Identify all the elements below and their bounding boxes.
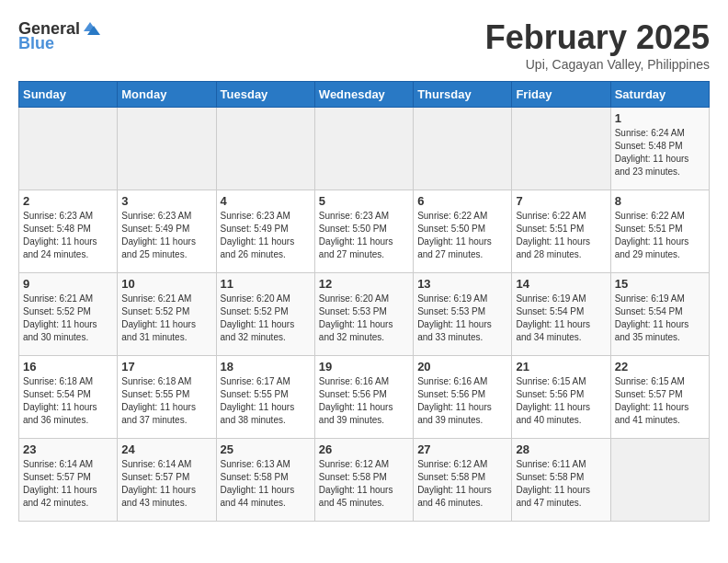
table-cell [512,108,610,190]
day-number: 12 [319,277,409,291]
table-cell: 4Sunrise: 6:23 AM Sunset: 5:49 PM Daylig… [216,190,314,273]
week-row-0: 1Sunrise: 6:24 AM Sunset: 5:48 PM Daylig… [19,108,710,190]
day-number: 24 [121,442,211,456]
day-info: Sunrise: 6:23 AM Sunset: 5:48 PM Dayligh… [23,210,113,261]
day-number: 9 [23,277,113,291]
header-friday: Friday [512,82,610,108]
header: General Blue February 2025 Upi, Cagayan … [18,18,710,72]
day-number: 22 [615,360,705,373]
day-number: 4 [221,194,311,208]
day-info: Sunrise: 6:15 AM Sunset: 5:56 PM Dayligh… [516,375,606,427]
subtitle: Upi, Cagayan Valley, Philippines [485,57,710,72]
table-cell: 12Sunrise: 6:20 AM Sunset: 5:53 PM Dayli… [314,273,413,356]
day-info: Sunrise: 6:12 AM Sunset: 5:58 PM Dayligh… [319,458,409,510]
day-number: 13 [417,277,507,291]
day-info: Sunrise: 6:15 AM Sunset: 5:57 PM Dayligh… [615,375,705,427]
header-thursday: Thursday [414,82,512,108]
day-number: 17 [121,360,211,373]
table-cell: 27Sunrise: 6:12 AM Sunset: 5:58 PM Dayli… [414,439,512,522]
week-row-3: 16Sunrise: 6:18 AM Sunset: 5:54 PM Dayli… [19,356,710,439]
day-number: 8 [615,194,705,208]
day-info: Sunrise: 6:18 AM Sunset: 5:55 PM Dayligh… [121,375,211,427]
table-cell: 19Sunrise: 6:16 AM Sunset: 5:56 PM Dayli… [314,356,413,439]
day-info: Sunrise: 6:24 AM Sunset: 5:48 PM Dayligh… [615,127,705,178]
day-number: 26 [319,442,409,456]
table-cell [19,108,118,190]
table-cell: 20Sunrise: 6:16 AM Sunset: 5:56 PM Dayli… [414,356,512,439]
day-info: Sunrise: 6:22 AM Sunset: 5:51 PM Dayligh… [615,210,705,261]
day-number: 11 [221,277,311,291]
table-cell: 6Sunrise: 6:22 AM Sunset: 5:50 PM Daylig… [414,190,512,273]
header-wednesday: Wednesday [314,82,413,108]
day-number: 21 [516,360,606,373]
logo-icon [80,18,100,39]
day-info: Sunrise: 6:12 AM Sunset: 5:58 PM Dayligh… [417,458,507,510]
calendar-table: Sunday Monday Tuesday Wednesday Thursday… [18,81,710,522]
table-cell: 17Sunrise: 6:18 AM Sunset: 5:55 PM Dayli… [118,356,216,439]
table-cell: 11Sunrise: 6:20 AM Sunset: 5:52 PM Dayli… [216,273,314,356]
table-cell: 15Sunrise: 6:19 AM Sunset: 5:54 PM Dayli… [610,273,709,356]
logo-text-blue: Blue [18,35,54,52]
week-row-4: 23Sunrise: 6:14 AM Sunset: 5:57 PM Dayli… [19,439,710,522]
day-info: Sunrise: 6:17 AM Sunset: 5:55 PM Dayligh… [221,375,311,427]
day-number: 25 [221,442,311,456]
day-info: Sunrise: 6:18 AM Sunset: 5:54 PM Dayligh… [23,375,113,427]
day-info: Sunrise: 6:21 AM Sunset: 5:52 PM Dayligh… [23,293,113,344]
day-number: 28 [516,442,606,456]
header-tuesday: Tuesday [216,82,314,108]
table-cell: 9Sunrise: 6:21 AM Sunset: 5:52 PM Daylig… [19,273,118,356]
table-cell: 28Sunrise: 6:11 AM Sunset: 5:58 PM Dayli… [512,439,610,522]
table-cell: 22Sunrise: 6:15 AM Sunset: 5:57 PM Dayli… [610,356,709,439]
day-number: 7 [516,194,606,208]
header-sunday: Sunday [19,82,118,108]
table-cell [118,108,216,190]
day-info: Sunrise: 6:20 AM Sunset: 5:53 PM Dayligh… [319,293,409,344]
day-number: 15 [615,277,705,291]
day-number: 10 [121,277,211,291]
day-info: Sunrise: 6:22 AM Sunset: 5:51 PM Dayligh… [516,210,606,261]
day-info: Sunrise: 6:16 AM Sunset: 5:56 PM Dayligh… [319,375,409,427]
day-number: 23 [23,442,113,456]
table-cell: 26Sunrise: 6:12 AM Sunset: 5:58 PM Dayli… [314,439,413,522]
day-number: 2 [23,194,113,208]
table-cell: 3Sunrise: 6:23 AM Sunset: 5:49 PM Daylig… [118,190,216,273]
table-cell [414,108,512,190]
table-cell: 16Sunrise: 6:18 AM Sunset: 5:54 PM Dayli… [19,356,118,439]
day-info: Sunrise: 6:19 AM Sunset: 5:54 PM Dayligh… [615,293,705,344]
title-area: February 2025 Upi, Cagayan Valley, Phili… [485,18,710,72]
table-cell: 5Sunrise: 6:23 AM Sunset: 5:50 PM Daylig… [314,190,413,273]
day-info: Sunrise: 6:23 AM Sunset: 5:49 PM Dayligh… [121,210,211,261]
table-cell: 18Sunrise: 6:17 AM Sunset: 5:55 PM Dayli… [216,356,314,439]
day-number: 3 [121,194,211,208]
table-cell [216,108,314,190]
table-cell: 23Sunrise: 6:14 AM Sunset: 5:57 PM Dayli… [19,439,118,522]
day-number: 5 [319,194,409,208]
table-cell: 14Sunrise: 6:19 AM Sunset: 5:54 PM Dayli… [512,273,610,356]
table-cell: 2Sunrise: 6:23 AM Sunset: 5:48 PM Daylig… [19,190,118,273]
day-info: Sunrise: 6:19 AM Sunset: 5:54 PM Dayligh… [516,293,606,344]
day-number: 20 [417,360,507,373]
table-cell: 24Sunrise: 6:14 AM Sunset: 5:57 PM Dayli… [118,439,216,522]
table-cell [610,439,709,522]
day-info: Sunrise: 6:23 AM Sunset: 5:50 PM Dayligh… [319,210,409,261]
logo: General Blue [18,18,100,52]
day-number: 16 [23,360,113,373]
calendar-header-row: Sunday Monday Tuesday Wednesday Thursday… [19,82,710,108]
day-info: Sunrise: 6:19 AM Sunset: 5:53 PM Dayligh… [417,293,507,344]
day-info: Sunrise: 6:16 AM Sunset: 5:56 PM Dayligh… [417,375,507,427]
week-row-1: 2Sunrise: 6:23 AM Sunset: 5:48 PM Daylig… [19,190,710,273]
table-cell [314,108,413,190]
day-number: 18 [221,360,311,373]
header-saturday: Saturday [610,82,709,108]
week-row-2: 9Sunrise: 6:21 AM Sunset: 5:52 PM Daylig… [19,273,710,356]
day-info: Sunrise: 6:14 AM Sunset: 5:57 PM Dayligh… [23,458,113,510]
day-info: Sunrise: 6:20 AM Sunset: 5:52 PM Dayligh… [221,293,311,344]
day-info: Sunrise: 6:21 AM Sunset: 5:52 PM Dayligh… [121,293,211,344]
table-cell: 8Sunrise: 6:22 AM Sunset: 5:51 PM Daylig… [610,190,709,273]
day-number: 6 [417,194,507,208]
header-monday: Monday [118,82,216,108]
table-cell: 25Sunrise: 6:13 AM Sunset: 5:58 PM Dayli… [216,439,314,522]
day-number: 1 [615,111,705,125]
day-info: Sunrise: 6:22 AM Sunset: 5:50 PM Dayligh… [417,210,507,261]
day-info: Sunrise: 6:13 AM Sunset: 5:58 PM Dayligh… [221,458,311,510]
